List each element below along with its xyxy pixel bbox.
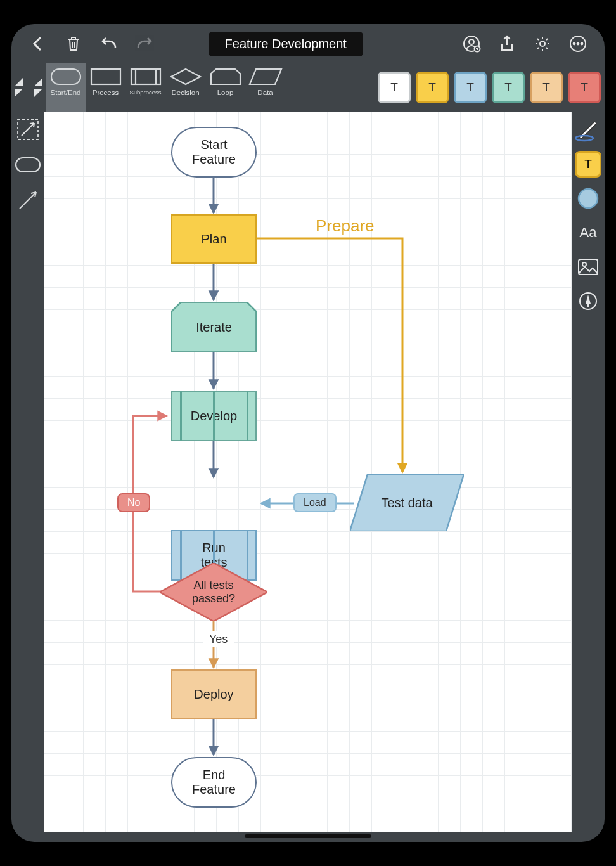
edge-label-no[interactable]: No: [117, 493, 150, 512]
text-style-tool[interactable]: Aa: [575, 219, 601, 246]
color-chip-orange[interactable]: T: [530, 72, 563, 103]
color-chip-white[interactable]: T: [378, 72, 411, 103]
svg-rect-17: [16, 158, 40, 172]
draw-tool[interactable]: [575, 288, 601, 314]
svg-rect-8: [51, 69, 80, 84]
shape-subprocess-label: Subprocess: [129, 89, 161, 96]
node-testdata-label: Test data: [350, 474, 464, 531]
pen-tool[interactable]: [575, 117, 601, 143]
shape-startend-label: Start/End: [51, 89, 81, 96]
svg-marker-32: [171, 302, 257, 352]
shape-process-label: Process: [93, 89, 119, 96]
node-decision-label: All testspassed?: [160, 563, 267, 621]
fill-color-tool[interactable]: [575, 185, 601, 212]
edge-label-load[interactable]: Load: [293, 493, 337, 512]
shape-subprocess[interactable]: Subprocess: [125, 63, 165, 112]
edge-label-prepare: Prepare: [309, 215, 381, 237]
svg-point-18: [575, 136, 593, 141]
svg-rect-9: [91, 69, 120, 84]
node-develop[interactable]: Develop: [171, 391, 257, 441]
selection-handles-icon[interactable]: [11, 63, 46, 112]
shape-decision[interactable]: Decision: [165, 63, 205, 112]
svg-point-6: [577, 43, 579, 45]
shape-data-label: Data: [257, 89, 273, 96]
back-button[interactable]: [22, 30, 55, 57]
active-color-chip[interactable]: T: [575, 151, 601, 178]
undo-button[interactable]: [93, 30, 125, 57]
shape-process[interactable]: Process: [86, 63, 125, 112]
svg-marker-15: [250, 69, 281, 84]
document-title[interactable]: Feature Development: [209, 32, 363, 56]
terminator-tool[interactable]: [14, 151, 42, 179]
more-button[interactable]: [561, 30, 594, 57]
marquee-arrow-tool[interactable]: [14, 115, 42, 143]
redo-button[interactable]: [128, 30, 161, 57]
collaborator-button[interactable]: [455, 30, 488, 57]
home-indicator[interactable]: [245, 834, 371, 838]
node-plan[interactable]: Plan: [171, 214, 257, 264]
svg-marker-14: [211, 69, 240, 84]
node-end[interactable]: EndFeature: [171, 757, 257, 808]
svg-point-3: [540, 41, 545, 46]
node-start[interactable]: StartFeature: [171, 127, 257, 178]
color-chip-red[interactable]: T: [568, 72, 601, 103]
image-tool[interactable]: [575, 254, 601, 280]
line-tool[interactable]: [14, 186, 42, 214]
arrows-layer: [44, 112, 572, 832]
svg-rect-20: [579, 259, 598, 275]
svg-marker-13: [171, 69, 200, 84]
shape-data[interactable]: Data: [245, 63, 285, 112]
shape-startend[interactable]: Start/End: [46, 63, 86, 112]
shape-loop-label: Loop: [217, 89, 234, 96]
settings-button[interactable]: [526, 30, 559, 57]
color-chip-blue[interactable]: T: [454, 72, 487, 103]
shape-loop[interactable]: Loop: [205, 63, 245, 112]
shape-decision-label: Decision: [171, 89, 199, 96]
trash-button[interactable]: [57, 30, 90, 57]
node-deploy[interactable]: Deploy: [171, 669, 257, 719]
color-chip-teal[interactable]: T: [492, 72, 525, 103]
color-chip-yellow[interactable]: T: [416, 72, 449, 103]
svg-point-1: [469, 39, 474, 44]
svg-point-5: [574, 43, 575, 45]
color-chip-row: T T T T T T: [378, 63, 605, 112]
svg-point-21: [582, 262, 586, 266]
edge-label-yes: Yes: [203, 631, 234, 647]
svg-point-7: [581, 43, 583, 45]
svg-point-19: [579, 189, 598, 208]
node-iterate-outline: [171, 302, 257, 352]
share-button[interactable]: [491, 30, 523, 57]
